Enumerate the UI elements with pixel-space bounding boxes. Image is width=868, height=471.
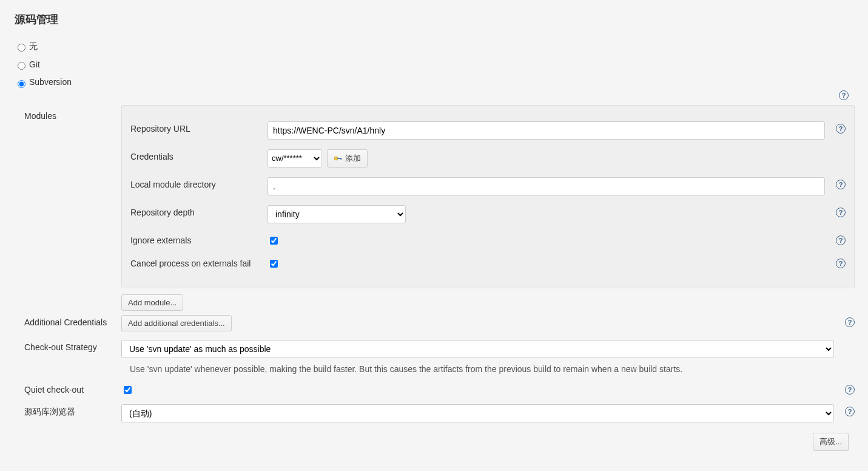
help-icon[interactable]: ? — [845, 385, 855, 395]
checkout-label: Check-out Strategy — [24, 340, 121, 352]
help-icon[interactable]: ? — [845, 407, 855, 416]
section-title: 源码管理 — [15, 12, 855, 27]
help-icon[interactable]: ? — [836, 180, 846, 189]
add-additional-creds-button[interactable]: Add additional credentials... — [121, 315, 232, 331]
depth-select[interactable]: infinity — [267, 205, 406, 223]
quiet-checkout-checkbox[interactable] — [124, 386, 132, 394]
repo-browser-label: 源码库浏览器 — [24, 404, 121, 418]
quiet-checkout-label: Quiet check-out — [24, 382, 121, 395]
cancel-on-fail-label: Cancel process on externals fail — [130, 256, 267, 268]
scm-subversion-radio[interactable]: Subversion — [15, 77, 72, 87]
svg-rect-2 — [341, 158, 342, 160]
scm-git-label: Git — [29, 59, 40, 69]
help-icon[interactable]: ? — [839, 90, 849, 100]
checkout-strategy-select[interactable]: Use 'svn update' as much as possible — [121, 340, 834, 358]
help-icon[interactable]: ? — [836, 235, 846, 245]
add-credentials-button[interactable]: 添加 — [327, 149, 368, 168]
modules-label: Modules — [24, 105, 121, 311]
add-btn-label: 添加 — [345, 153, 361, 164]
credentials-label: Credentials — [130, 149, 267, 161]
additional-creds-label: Additional Credentials — [24, 315, 121, 327]
repo-browser-select[interactable]: (自动) — [121, 404, 834, 422]
credentials-select[interactable]: cw/****** — [267, 149, 322, 168]
checkout-desc: Use 'svn update' whenever possible, maki… — [121, 358, 834, 374]
help-icon[interactable]: ? — [836, 259, 846, 268]
cancel-on-fail-checkbox[interactable] — [270, 260, 278, 268]
help-icon[interactable]: ? — [836, 124, 846, 134]
scm-none-label: 无 — [29, 41, 38, 51]
ignore-externals-checkbox[interactable] — [270, 237, 278, 245]
depth-label: Repository depth — [130, 205, 267, 217]
local-dir-label: Local module directory — [130, 177, 267, 189]
ignore-externals-label: Ignore externals — [130, 233, 267, 245]
repo-url-label: Repository URL — [130, 121, 267, 134]
scm-subversion-label: Subversion — [29, 77, 72, 87]
help-icon[interactable]: ? — [845, 317, 855, 327]
key-icon — [334, 155, 342, 161]
help-icon[interactable]: ? — [836, 208, 846, 217]
scm-git-radio[interactable]: Git — [15, 59, 40, 69]
scm-none-radio[interactable]: 无 — [15, 41, 38, 51]
local-dir-input[interactable] — [267, 177, 825, 195]
advanced-button[interactable]: 高级... — [813, 433, 849, 451]
repo-url-input[interactable] — [267, 121, 825, 140]
add-module-button[interactable]: Add module... — [121, 294, 183, 311]
